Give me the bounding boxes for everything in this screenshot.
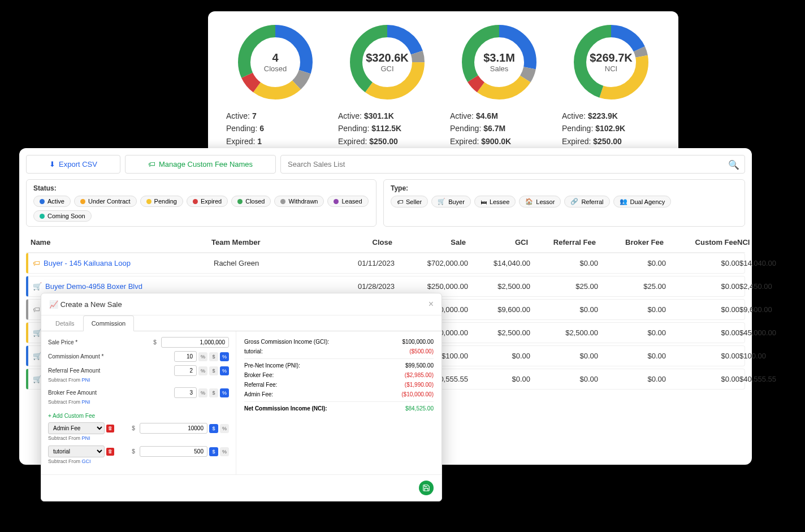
tab-details[interactable]: Details <box>47 315 83 331</box>
cell-gci: $2,500.00 <box>468 328 530 337</box>
cell-broker: $0.00 <box>598 328 666 337</box>
donut-value: $3.1M <box>483 51 515 64</box>
cell-broker: $0.00 <box>598 375 666 383</box>
cell-nci: $45,000.00 <box>739 328 776 337</box>
donut-metric: 4Closed Active: 7Pending: 6Expired: 1 <box>222 23 329 148</box>
donut-value: $269.7K <box>590 51 633 64</box>
column-header[interactable]: NCI <box>737 238 750 246</box>
status-pill-active[interactable]: Active <box>33 196 71 207</box>
percent-toggle[interactable]: % <box>220 424 229 433</box>
fee1-select[interactable]: Admin Fee <box>48 422 105 434</box>
tab-commission[interactable]: Commission <box>83 315 135 331</box>
dollar-toggle[interactable]: $ <box>209 447 218 456</box>
stat-row: Pending: $6.7M <box>450 122 553 135</box>
table-row[interactable]: 🏷Buyer - 145 Kailuana Loop Rachel Green … <box>26 253 745 274</box>
column-header[interactable]: Team Member <box>211 238 324 246</box>
cell-custom: $0.00 <box>666 352 739 360</box>
cell-gci: $0.00 <box>468 375 530 383</box>
stat-row: Active: $223.9K <box>562 110 665 122</box>
add-custom-fee-link[interactable]: + Add Custom Fee <box>48 413 95 419</box>
broker-input[interactable] <box>174 387 197 398</box>
percent-toggle[interactable]: % <box>220 366 229 375</box>
column-header[interactable]: Broker Fee <box>596 238 664 246</box>
delete-fee2-button[interactable]: 🗑 <box>106 448 114 456</box>
donut-stats: Active: $223.9KPending: $102.9KExpired: … <box>557 110 665 148</box>
type-pill-lessee[interactable]: 🛏Lessee <box>474 196 516 207</box>
status-pill-withdrawn[interactable]: Withdrawn <box>274 196 324 207</box>
column-header[interactable]: Sale <box>392 238 466 246</box>
dollar-toggle[interactable]: $ <box>209 352 218 361</box>
pni-link[interactable]: PNI <box>82 435 90 441</box>
cell-referral: $0.00 <box>530 259 598 267</box>
create-sale-modal: 📈 Create a New Sale × Details Commission… <box>41 293 442 501</box>
dollar-toggle[interactable]: $ <box>209 366 218 375</box>
status-pill-leased[interactable]: Leased <box>327 196 368 207</box>
status-pill-under-contract[interactable]: Under Contract <box>74 196 137 207</box>
referral-input[interactable] <box>174 365 197 376</box>
fee2-select[interactable]: tutorial <box>48 446 105 457</box>
sale-price-input[interactable] <box>161 337 229 348</box>
seller-icon: 🏷 <box>33 259 40 267</box>
status-dot-icon <box>40 214 45 219</box>
type-pill-seller[interactable]: 🏷Seller <box>391 196 428 207</box>
column-header[interactable]: Custom Fee <box>664 238 737 246</box>
cell-sale: $250,000.00 <box>395 282 468 291</box>
manage-label: Manage Custom Fee Names <box>159 160 253 168</box>
cell-custom: $0.00 <box>666 328 739 337</box>
search-input[interactable] <box>280 155 745 174</box>
cell-member <box>214 282 327 291</box>
column-header[interactable]: Name <box>31 238 211 246</box>
calc-tutorial-val: ($500.00) <box>409 348 434 354</box>
manage-fees-button[interactable]: 🏷 Manage Custom Fee Names <box>125 155 276 174</box>
pni-link[interactable]: PNI <box>82 399 90 405</box>
donut-chart: 4Closed <box>236 23 315 102</box>
stat-row: Active: 7 <box>226 110 329 122</box>
calc-broker-label: Broker Fee: <box>244 372 274 378</box>
status-dot-icon <box>193 199 198 204</box>
export-csv-button[interactable]: ⬇ Export CSV <box>26 155 120 174</box>
tags-icon: 🏷 <box>148 160 155 168</box>
commission-input[interactable] <box>174 351 197 362</box>
sale-link[interactable]: 🏷Buyer - 145 Kailuana Loop <box>33 259 131 267</box>
stat-row: Pending: $112.5K <box>338 122 441 135</box>
type-pill-referral[interactable]: 🔗Referral <box>564 196 609 207</box>
status-pill-pending[interactable]: Pending <box>140 196 183 207</box>
type-pill-lessor[interactable]: 🏠Lessor <box>519 196 561 207</box>
percent-toggle[interactable]: % <box>220 447 229 456</box>
dollar-toggle[interactable]: $ <box>209 388 218 397</box>
dollar-toggle[interactable]: $ <box>209 424 218 433</box>
column-header[interactable]: Close <box>324 238 392 246</box>
cell-nci: $40,555.55 <box>739 375 776 383</box>
cell-gci: $14,040.00 <box>468 259 530 267</box>
cell-custom: $0.00 <box>666 305 739 314</box>
column-header[interactable]: Referral Fee <box>528 238 596 246</box>
save-button[interactable] <box>419 481 434 495</box>
fee1-value-input[interactable] <box>140 423 207 434</box>
status-pill-coming-soon[interactable]: Coming Soon <box>33 210 92 222</box>
donut-metric: $320.6KGCI Active: $301.1KPending: $112.… <box>334 23 441 148</box>
pni-link[interactable]: PNI <box>82 377 90 383</box>
delete-fee1-button[interactable]: 🗑 <box>106 425 114 432</box>
gci-link[interactable]: GCI <box>82 459 91 464</box>
cell-nci: $2,450.00 <box>739 282 772 291</box>
sale-link[interactable]: 🛒Buyer Demo-4958 Boxer Blvd <box>33 282 142 291</box>
fee2-value-input[interactable] <box>140 446 207 457</box>
close-icon[interactable]: × <box>429 299 434 309</box>
type-pill-buyer[interactable]: 🛒Buyer <box>431 196 471 207</box>
calc-admin-val: ($10,000.00) <box>401 391 434 397</box>
cell-gci: $2,500.00 <box>468 282 530 291</box>
cell-referral: $0.00 <box>530 305 598 314</box>
status-pill-expired[interactable]: Expired <box>187 196 228 207</box>
cell-member: Rachel Green <box>214 259 327 267</box>
percent-toggle[interactable]: % <box>220 352 229 361</box>
type-pill-dual-agency[interactable]: 👥Dual Agency <box>613 196 672 207</box>
donut-label: NCI <box>590 64 633 73</box>
donut-value: $320.6K <box>366 51 409 64</box>
column-header[interactable]: GCI <box>466 238 528 246</box>
referral-label: Referral Fee Amount <box>48 367 100 374</box>
commission-label: Commission Amount * <box>48 353 103 360</box>
percent-toggle[interactable]: % <box>220 388 229 397</box>
type-filter-group: Type: 🏷Seller🛒Buyer🛏Lessee🏠Lessor🔗Referr… <box>383 179 745 227</box>
stat-row: Expired: $900.0K <box>450 135 553 148</box>
status-pill-closed[interactable]: Closed <box>231 196 271 207</box>
